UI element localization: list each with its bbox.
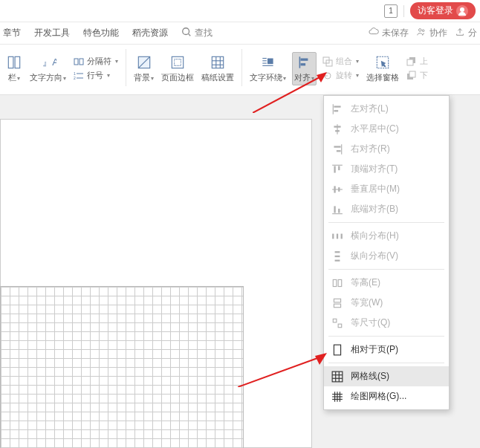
menu-item-label: 等宽(W): [351, 296, 383, 309]
align-center-h-icon: [331, 123, 343, 135]
text-direction-icon: 』A: [40, 54, 56, 71]
search-icon: [181, 27, 192, 39]
collaborate-button[interactable]: 协作: [416, 27, 447, 39]
send-backward-button[interactable]: 下: [405, 69, 429, 82]
share-icon: [455, 27, 465, 39]
separator-button[interactable]: 分隔符▾: [72, 55, 120, 68]
svg-rect-57: [337, 233, 338, 238]
menu-item-align-bottom: 底端对齐(B): [324, 199, 449, 219]
menu-item-dist-v: 纵向分布(V): [324, 246, 449, 266]
svg-line-2: [189, 34, 191, 36]
chevron-down-icon: ▾: [63, 75, 66, 82]
background-button[interactable]: 背景▾: [132, 53, 155, 85]
menu-item-drawgrid[interactable]: 绘图网格(G)...: [324, 386, 449, 406]
background-icon: [136, 54, 152, 71]
menu-item-label: 底端对齐(B): [351, 203, 398, 215]
chevron-down-icon: ▾: [151, 75, 154, 82]
svg-rect-23: [267, 58, 273, 64]
menu-separator: [328, 269, 444, 270]
tab-devtools[interactable]: 开发工具: [34, 27, 70, 39]
equal-size-icon: [331, 317, 343, 329]
align-dropdown-menu: 左对齐(L)水平居中(C)右对齐(R)顶端对齐(T)垂直居中(M)底端对齐(B)…: [323, 95, 450, 410]
svg-rect-65: [334, 304, 340, 308]
menu-item-label: 右对齐(R): [351, 143, 390, 155]
manuscript-button[interactable]: 稿纸设置: [200, 53, 236, 85]
people-icon: [416, 27, 427, 39]
svg-text:』A: 』A: [42, 56, 56, 68]
send-backward-icon: [406, 71, 417, 81]
svg-rect-17: [175, 59, 181, 65]
svg-rect-45: [334, 146, 340, 147]
drawgrid-icon: [331, 391, 343, 403]
menu-item-label: 纵向分布(V): [351, 250, 398, 262]
menu-item-align-middle-v: 垂直居中(M): [324, 179, 449, 199]
chevron-down-icon: ▾: [107, 72, 110, 79]
svg-rect-40: [334, 110, 338, 111]
svg-rect-59: [335, 251, 340, 253]
page-icon: [331, 344, 343, 356]
svg-rect-67: [338, 324, 342, 328]
align-icon: [296, 54, 313, 71]
svg-rect-18: [212, 56, 223, 68]
svg-rect-35: [407, 59, 413, 65]
chevron-down-icon: ▾: [283, 75, 286, 82]
text-wrap-button[interactable]: 文字环绕▾: [248, 53, 288, 85]
menu-item-equal-size: 等尺寸(Q): [324, 313, 449, 333]
svg-text:2: 2: [74, 76, 76, 80]
svg-rect-68: [334, 345, 340, 355]
share-button[interactable]: 分: [455, 27, 477, 39]
menu-item-equal-h: 等高(E): [324, 273, 449, 293]
align-bottom-icon: [331, 204, 343, 215]
menu-separator: [328, 336, 444, 337]
window-tab-indicator[interactable]: 1: [384, 4, 398, 18]
tab-features[interactable]: 特色功能: [83, 27, 119, 39]
chevron-down-icon: ▾: [356, 72, 359, 79]
select-pane-icon: [374, 54, 391, 71]
tab-resources[interactable]: 稻壳资源: [132, 27, 168, 39]
svg-rect-39: [334, 105, 340, 107]
page-border-button[interactable]: 页面边框: [160, 53, 195, 85]
svg-rect-69: [332, 371, 343, 382]
svg-rect-61: [335, 259, 340, 261]
svg-rect-6: [15, 56, 20, 68]
chevron-down-icon: ▾: [115, 58, 118, 65]
menu-item-align-top: 顶端对齐(T): [324, 159, 449, 179]
columns-button[interactable]: 栏▾: [4, 53, 24, 85]
align-right-icon: [331, 143, 343, 155]
dist-h-icon: [331, 230, 343, 242]
gridlines-icon: [331, 371, 343, 383]
menu-item-label: 顶端对齐(T): [351, 163, 398, 175]
columns-icon: [6, 54, 22, 71]
menu-item-label: 网格线(S): [351, 370, 389, 383]
group-icon: [322, 56, 333, 67]
svg-rect-8: [74, 59, 78, 65]
align-button[interactable]: 对齐▾: [292, 52, 317, 85]
menu-separator: [328, 363, 444, 363]
group-button[interactable]: 组合▾: [321, 55, 360, 68]
rotate-button[interactable]: 旋转▾: [321, 69, 360, 82]
menu-item-gridlines[interactable]: 网格线(S): [324, 366, 449, 386]
page-border-icon: [169, 54, 186, 71]
svg-rect-9: [80, 59, 83, 65]
text-wrap-icon: [260, 54, 276, 71]
svg-rect-43: [335, 130, 340, 132]
rotate-icon: [322, 71, 333, 81]
login-button[interactable]: 访客登录: [410, 2, 476, 19]
svg-rect-51: [334, 186, 335, 192]
bring-forward-button[interactable]: 上: [405, 55, 429, 68]
chevron-down-icon: ▾: [17, 75, 20, 82]
user-avatar-icon: [456, 5, 468, 17]
chevron-down-icon: ▾: [356, 58, 359, 65]
text-direction-button[interactable]: 』A 文字方向▾: [28, 53, 68, 85]
search-input[interactable]: 查找: [181, 27, 213, 39]
tab-chapter[interactable]: 章节: [3, 27, 21, 39]
svg-rect-16: [172, 56, 183, 68]
select-pane-button[interactable]: 选择窗格: [365, 53, 400, 85]
line-number-button[interactable]: 12 行号▾: [72, 69, 120, 82]
svg-rect-60: [335, 255, 340, 256]
cloud-icon: [369, 27, 379, 39]
cloud-unsaved[interactable]: 未保存: [369, 27, 409, 39]
align-left-icon: [331, 103, 343, 115]
menu-item-page[interactable]: 相对于页(P): [324, 340, 449, 360]
svg-rect-64: [334, 299, 340, 302]
